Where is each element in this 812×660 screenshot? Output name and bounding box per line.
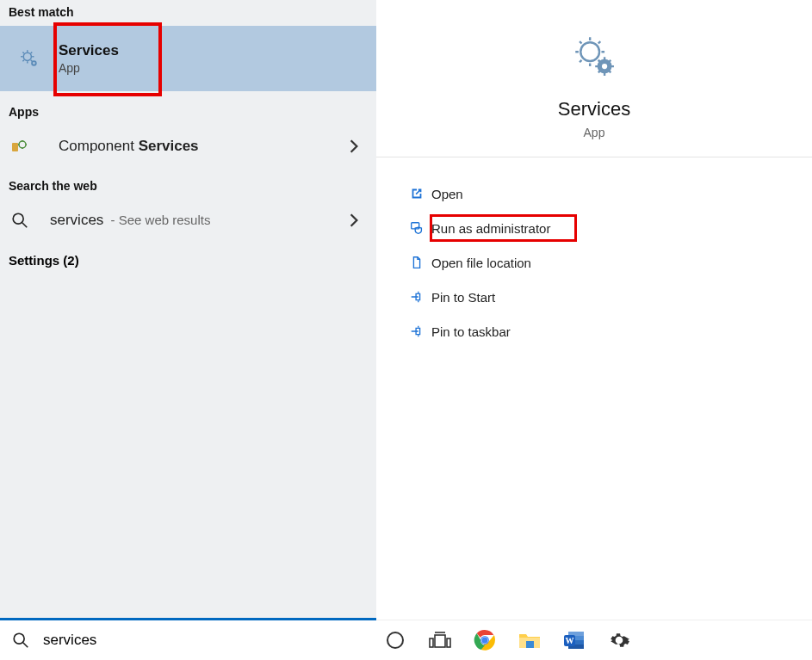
best-match-title: Services [59, 42, 119, 59]
apps-result-label: Component Services [59, 138, 199, 155]
svg-rect-16 [447, 638, 450, 647]
action-open-label: Open [431, 187, 463, 201]
svg-rect-15 [435, 635, 445, 647]
action-pin-to-taskbar[interactable]: Pin to taskbar [402, 314, 812, 349]
svg-point-5 [13, 213, 23, 224]
task-view-icon[interactable] [428, 628, 452, 652]
best-match-subtitle: App [59, 61, 119, 75]
chevron-right-icon[interactable] [349, 139, 359, 154]
svg-rect-3 [12, 143, 18, 151]
open-icon [402, 186, 431, 201]
services-gear-icon [0, 47, 59, 70]
svg-line-8 [23, 643, 28, 648]
svg-point-4 [19, 141, 26, 148]
detail-actions: Open Run as administrator Open file loca… [376, 157, 812, 349]
search-input[interactable] [41, 631, 376, 650]
services-large-gear-icon [569, 31, 619, 81]
action-open[interactable]: Open [402, 176, 812, 211]
svg-point-13 [387, 632, 403, 648]
file-explorer-icon[interactable] [518, 628, 542, 652]
chevron-right-icon[interactable] [349, 213, 359, 228]
search-icon [10, 211, 50, 230]
svg-point-11 [602, 64, 607, 69]
action-pin-to-start[interactable]: Pin to Start [402, 280, 812, 314]
svg-line-6 [22, 223, 28, 228]
search-icon [0, 631, 41, 650]
best-match-result-services[interactable]: Services App [0, 26, 376, 91]
detail-pane: Services App Open Run as administrator [376, 0, 812, 660]
svg-rect-14 [430, 638, 433, 647]
action-run-admin-label: Run as administrator [431, 221, 550, 236]
action-pin-taskbar-label: Pin to taskbar [431, 324, 511, 339]
taskbar: W [376, 620, 812, 660]
svg-point-7 [14, 633, 24, 644]
search-results-pane: Best match Services App Apps Component S… [0, 0, 376, 660]
word-icon[interactable]: W [562, 628, 586, 652]
folder-icon [402, 255, 431, 270]
pin-icon [402, 289, 431, 305]
pin-icon [402, 324, 431, 339]
detail-subtitle: App [584, 126, 605, 139]
web-header: Search the web [0, 167, 376, 200]
action-open-file-location[interactable]: Open file location [402, 245, 812, 280]
cortana-icon[interactable] [383, 628, 407, 652]
svg-rect-23 [526, 641, 534, 648]
web-result-label: services - See web results [50, 212, 210, 229]
settings-icon[interactable] [607, 628, 631, 652]
settings-results-header[interactable]: Settings (2) [0, 241, 376, 280]
best-match-header: Best match [0, 0, 376, 26]
shield-icon [402, 220, 431, 236]
svg-point-21 [481, 637, 487, 643]
web-result-services[interactable]: services - See web results [0, 200, 376, 241]
action-open-location-label: Open file location [431, 256, 531, 270]
detail-title: Services [558, 98, 630, 120]
apps-header: Apps [0, 91, 376, 126]
svg-point-2 [33, 62, 35, 65]
apps-result-component-services[interactable]: Component Services [0, 126, 376, 167]
component-services-icon [10, 138, 59, 155]
svg-text:W: W [566, 636, 574, 645]
action-run-as-administrator[interactable]: Run as administrator [402, 211, 812, 245]
svg-point-9 [580, 42, 599, 61]
search-bar[interactable] [0, 618, 376, 660]
action-pin-start-label: Pin to Start [431, 290, 495, 305]
svg-point-0 [23, 52, 31, 60]
chrome-icon[interactable] [473, 628, 497, 652]
